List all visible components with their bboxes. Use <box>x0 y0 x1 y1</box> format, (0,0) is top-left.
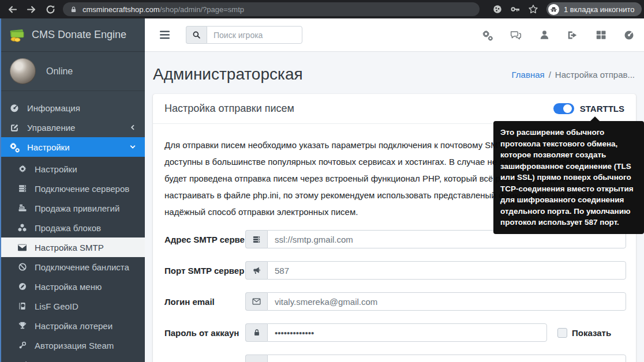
top-navbar <box>145 18 644 52</box>
starttls-toggle[interactable] <box>553 103 574 114</box>
gear-icon <box>17 164 28 174</box>
cubes-icon <box>17 223 28 233</box>
sidebar-subitem-label: Настройка меню <box>35 282 102 292</box>
logout-button[interactable] <box>567 29 578 41</box>
sidebar-menu: Информация Управление Настройки Настройк… <box>0 91 145 362</box>
input-group <box>245 261 626 280</box>
brand-title: CMS Donate Engine <box>32 29 126 41</box>
breadcrumb-home-link[interactable]: Главная <box>512 70 545 80</box>
sidebar-subitem-label: Настройки <box>35 164 77 174</box>
search-addon <box>186 26 207 44</box>
tooltip-text: Это расширение обычного протокола тексто… <box>500 128 634 227</box>
profile-button[interactable] <box>538 29 550 41</box>
grid-icon <box>596 29 606 40</box>
sidebar-subitem-label: Подключение серверов <box>35 184 129 194</box>
input-group <box>245 292 626 311</box>
user-status: Online <box>46 66 73 77</box>
email-login-input[interactable] <box>267 292 626 311</box>
messages-button[interactable] <box>510 29 522 41</box>
dashboard-button[interactable] <box>623 29 635 41</box>
sidebar-subitem-steam[interactable]: Авторизация Steam <box>0 335 145 355</box>
settings-gears-button[interactable] <box>482 29 493 41</box>
sidebar-item-label: Информация <box>27 103 80 113</box>
input-group <box>245 323 547 342</box>
user-panel[interactable]: Online <box>0 52 145 91</box>
form-row-password: Пароль от аккаун Показать <box>164 323 624 342</box>
form-row-smtp-port: Порт SMTP сервер <box>164 261 624 280</box>
key-button[interactable] <box>510 3 521 15</box>
sidebar: CMS Donate Engine Online Информация Упра… <box>0 18 145 362</box>
server-icon <box>245 230 267 248</box>
sidebar-subitem-label: LisF GeoID <box>35 301 78 311</box>
starttls-control: STARTTLS <box>553 103 624 114</box>
breadcrumb: Главная/Настройка отправ... <box>512 65 635 80</box>
tooltip-arrow <box>590 116 600 121</box>
page-title: Администраторская <box>153 65 303 84</box>
breadcrumb-separator: / <box>549 70 551 80</box>
sidebar-subitem-lottery[interactable]: Настройка лотереи <box>0 316 145 335</box>
sidebar-subitem-servers[interactable]: Подключение серверов <box>0 179 145 198</box>
gears-icon <box>482 29 493 41</box>
sidebar-subitem-settings[interactable]: Настройки <box>0 159 145 179</box>
search-icon <box>192 31 201 39</box>
form-row-email-login: Логин email <box>164 292 624 311</box>
sidebar-subitem-menu-settings[interactable]: Настройка меню <box>0 277 145 296</box>
show-password-checkbox[interactable] <box>557 328 567 338</box>
sidebar-subitem-banlist[interactable]: Подключение банлиста <box>0 257 145 277</box>
brand-link[interactable]: CMS Donate Engine <box>0 18 145 52</box>
sidebar-subitem-privileges[interactable]: Продажа привилегий <box>0 198 145 218</box>
server-icon <box>17 184 28 194</box>
page-head: Администраторская Главная/Настройка отпр… <box>145 52 644 94</box>
sidebar-item-label: Настройки <box>27 142 70 152</box>
paper-plane-icon <box>17 360 28 362</box>
player-search <box>186 26 302 44</box>
envelope-icon <box>17 243 28 252</box>
password-input[interactable] <box>267 323 547 342</box>
starttls-label: STARTTLS <box>580 104 624 114</box>
address-bar[interactable]: cmsminecraftshop.com/shop/admin/?page=sm… <box>63 2 480 16</box>
forward-icon <box>26 4 37 15</box>
sidebar-subitem-partial[interactable] <box>0 355 145 362</box>
sidebar-subitem-smtp[interactable]: Настройка SMTP <box>0 237 145 257</box>
search-input[interactable] <box>207 26 302 44</box>
money-icon <box>9 28 25 42</box>
incognito-icon <box>548 4 559 15</box>
envelope-icon <box>245 292 267 311</box>
trophy-icon <box>17 321 28 331</box>
partial-input[interactable] <box>267 355 626 362</box>
bookmark-star-button[interactable] <box>527 3 539 15</box>
sidebar-item-settings[interactable]: Настройки <box>0 137 145 157</box>
sidebar-subitem-label: Подключение банлиста <box>35 262 129 272</box>
show-password-label[interactable]: Показать <box>572 328 611 338</box>
sign-out-icon <box>567 29 578 41</box>
content-area: Администраторская Главная/Настройка отпр… <box>145 52 644 362</box>
steam-icon <box>17 341 28 350</box>
chevron-down-icon <box>129 144 136 150</box>
back-icon <box>7 4 18 15</box>
edit-icon <box>9 122 20 133</box>
field-label: Порт SMTP сервер <box>164 266 245 276</box>
starttls-tooltip: Это расширение обычного протокола тексто… <box>493 121 644 234</box>
sidebar-subitem-label: Продажа блоков <box>35 223 101 233</box>
smtp-port-input[interactable] <box>267 261 626 280</box>
incognito-badge[interactable]: 1 вкладка инкогнито <box>546 2 642 16</box>
sidebar-subitem-blocks[interactable]: Продажа блоков <box>0 218 145 237</box>
form-row-partial <box>164 355 624 362</box>
settings-submenu: Настройки Подключение серверов Продажа п… <box>0 157 145 362</box>
sidebar-item-management[interactable]: Управление <box>0 118 145 137</box>
back-button[interactable] <box>6 3 18 16</box>
field-label: Пароль от аккаун <box>164 328 245 338</box>
screenshot-frame: cmsminecraftshop.com/shop/admin/?page=sm… <box>0 0 644 362</box>
refresh-button[interactable] <box>44 3 57 16</box>
sidebar-item-information[interactable]: Информация <box>0 98 145 118</box>
modules-grid-button[interactable] <box>595 29 606 41</box>
cookie-button[interactable] <box>492 3 503 15</box>
lock-icon <box>245 323 267 342</box>
sidebar-subitem-geoid[interactable]: LisF GeoID <box>0 296 145 316</box>
sidebar-toggle-button[interactable] <box>159 30 170 40</box>
forward-button[interactable] <box>25 3 38 16</box>
user-avatar <box>10 58 36 84</box>
card-title: Настройка отправки писем <box>164 103 294 115</box>
lock-icon <box>70 6 77 13</box>
field-label: Адрес SMTP серве <box>164 235 245 244</box>
